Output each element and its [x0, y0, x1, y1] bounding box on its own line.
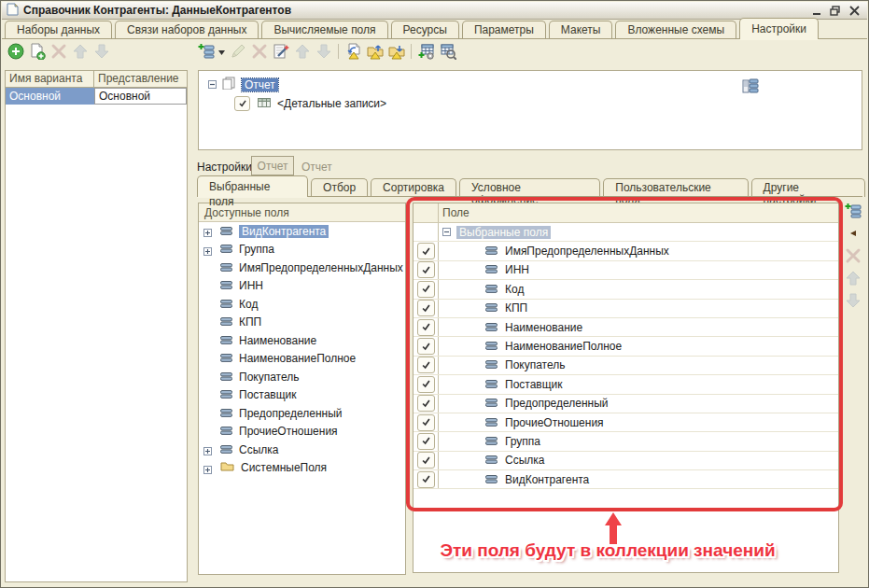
field-checkbox[interactable]	[417, 376, 435, 393]
available-field-row[interactable]: КПП	[199, 314, 405, 332]
available-field-row[interactable]: СистемныеПоля	[199, 459, 405, 478]
selected-field-label[interactable]: КПП	[505, 301, 527, 315]
column-presentation[interactable]: Представление	[94, 71, 187, 87]
selected-field-row[interactable]: КПП	[413, 300, 838, 318]
move-field-down-icon[interactable]	[845, 292, 862, 309]
selected-field-label[interactable]: Покупатель	[505, 358, 565, 371]
open-variant-icon[interactable]	[344, 43, 362, 60]
available-field-row[interactable]: НаименованиеПолное	[199, 350, 405, 369]
menu-arrow-icon[interactable]	[845, 225, 862, 242]
available-field-label[interactable]: СистемныеПоля	[241, 461, 327, 474]
available-field-label[interactable]: Код	[239, 298, 258, 311]
detail-records-node[interactable]: <Детальные записи>	[277, 97, 386, 110]
find-settings-icon[interactable]	[439, 43, 456, 60]
available-field-row[interactable]: Поставщик	[199, 386, 405, 405]
selected-field-row[interactable]: Наименование	[413, 318, 838, 337]
available-field-label[interactable]: Покупатель	[239, 371, 299, 384]
field-checkbox[interactable]	[417, 319, 435, 336]
settings-tab-Сортировка[interactable]: Сортировка	[371, 178, 456, 197]
delete-field-icon[interactable]	[845, 247, 862, 264]
load-settings-icon[interactable]	[366, 43, 384, 60]
move-down-icon[interactable]	[315, 43, 332, 60]
selected-field-label[interactable]: Поставщик	[505, 378, 563, 391]
tab-Вычисляемые поля[interactable]: Вычисляемые поля	[261, 21, 387, 39]
selected-field-row[interactable]: ПрочиеОтношения	[413, 413, 838, 432]
column-variant-name[interactable]: Имя варианта	[6, 71, 94, 87]
tab-Макеты[interactable]: Макеты	[549, 21, 613, 39]
move-up-icon[interactable]	[293, 43, 311, 60]
autocompose-icon[interactable]	[272, 43, 289, 60]
move-down-icon[interactable]	[92, 43, 110, 60]
selected-field-row[interactable]: ИмяПредопределенныхДанных	[413, 242, 838, 260]
available-field-label[interactable]: Предопределенный	[239, 407, 343, 420]
add-element-menu-arrow-icon[interactable]	[218, 45, 225, 58]
field-checkbox[interactable]	[417, 243, 435, 259]
selected-field-row[interactable]: ИНН	[413, 261, 838, 280]
add-element-icon[interactable]	[197, 43, 215, 60]
expand-icon[interactable]	[203, 464, 212, 472]
available-field-label[interactable]: КПП	[239, 315, 261, 329]
tab-Настройки[interactable]: Настройки	[739, 18, 819, 39]
selected-field-row[interactable]: Ссылка	[413, 452, 838, 470]
field-checkbox[interactable]	[417, 471, 435, 488]
available-field-row[interactable]: Наименование	[199, 331, 405, 350]
selected-field-label[interactable]: ВидКонтрагента	[505, 473, 589, 486]
selected-field-label[interactable]: Группа	[505, 435, 540, 448]
available-field-label[interactable]: ИмяПредопределенныхДанных	[239, 261, 403, 274]
field-checkbox[interactable]	[417, 395, 435, 412]
field-column-header[interactable]: Поле	[439, 203, 838, 222]
selected-field-row[interactable]: Поставщик	[413, 375, 838, 394]
add-field-icon[interactable]	[845, 203, 862, 219]
field-checkbox[interactable]	[417, 281, 435, 298]
field-checkbox[interactable]	[417, 433, 435, 450]
minimize-button[interactable]	[807, 3, 826, 18]
selected-field-label[interactable]: ИНН	[505, 263, 529, 276]
expand-icon[interactable]	[203, 445, 212, 454]
selected-field-label[interactable]: Код	[505, 283, 524, 296]
expand-icon[interactable]	[203, 227, 212, 235]
selected-field-row[interactable]: Код	[413, 280, 838, 299]
add-variant-icon[interactable]	[7, 43, 24, 60]
available-field-label[interactable]: ИНН	[239, 279, 263, 292]
field-checkbox[interactable]	[417, 452, 435, 469]
tab-Ресурсы[interactable]: Ресурсы	[391, 21, 459, 39]
available-field-label[interactable]: ПрочиеОтношения	[239, 425, 338, 438]
selected-fields-group-label[interactable]: Выбранные поля	[456, 226, 551, 239]
selected-field-row[interactable]: Покупатель	[413, 357, 838, 375]
variant-presentation-cell[interactable]: Основной	[94, 88, 187, 105]
selected-field-label[interactable]: Наименование	[505, 321, 582, 334]
variant-name-cell[interactable]: Основной	[6, 88, 94, 105]
available-field-row[interactable]: ВидКонтрагента	[199, 222, 405, 241]
field-checkbox[interactable]	[417, 357, 435, 373]
field-checkbox[interactable]	[417, 338, 435, 355]
selected-field-label[interactable]: Предопределенный	[505, 397, 609, 410]
selected-field-row[interactable]: ВидКонтрагента	[413, 470, 838, 489]
selected-fields-group-row[interactable]: Выбранные поля	[413, 223, 838, 242]
tab-Вложенные схемы[interactable]: Вложенные схемы	[615, 21, 736, 39]
report-root-node[interactable]: Отчет	[242, 78, 278, 91]
settings-path-button[interactable]: Отчет	[251, 156, 294, 175]
selected-field-label[interactable]: ИмяПредопределенныхДанных	[505, 245, 669, 258]
expand-icon[interactable]	[203, 245, 212, 254]
available-field-row[interactable]: Код	[199, 295, 405, 314]
available-field-label[interactable]: ВидКонтрагента	[239, 225, 329, 238]
copy-variant-icon[interactable]	[28, 43, 46, 60]
move-up-icon[interactable]	[71, 43, 89, 60]
collapse-icon[interactable]	[442, 226, 451, 239]
available-field-row[interactable]: ИНН	[199, 277, 405, 296]
selected-field-row[interactable]: НаименованиеПолное	[413, 337, 838, 356]
variant-settings-icon[interactable]	[417, 43, 435, 60]
restore-button[interactable]	[826, 3, 845, 18]
collapse-icon[interactable]	[208, 78, 217, 91]
available-field-row[interactable]: ПрочиеОтношения	[199, 423, 405, 441]
settings-tab-Пользовательские поля[interactable]: Пользовательские поля	[603, 178, 748, 197]
available-field-row[interactable]: Покупатель	[199, 368, 405, 386]
settings-tab-Отбор[interactable]: Отбор	[311, 178, 368, 197]
save-settings-icon[interactable]	[387, 43, 405, 60]
available-field-label[interactable]: Группа	[239, 243, 274, 256]
selected-field-label[interactable]: НаименованиеПолное	[505, 340, 622, 353]
detail-records-checkbox[interactable]	[234, 96, 250, 111]
variant-row[interactable]: ОсновнойОсновной	[6, 88, 187, 105]
selected-field-row[interactable]: Предопределенный	[413, 395, 838, 413]
selected-field-row[interactable]: Группа	[413, 432, 838, 451]
